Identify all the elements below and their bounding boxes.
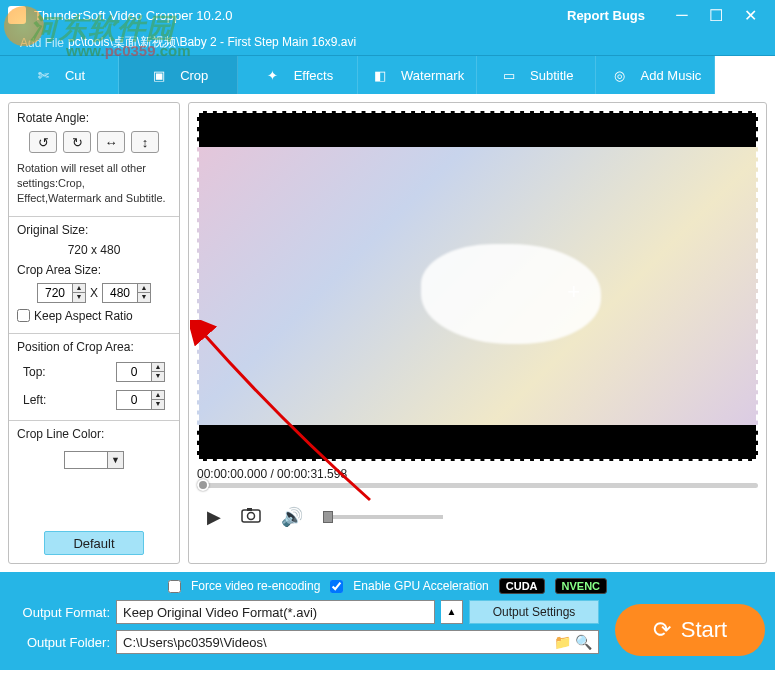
crop-selection-box[interactable] [197, 111, 758, 461]
time-display: 00:00:00.000 / 00:00:31.598 [197, 467, 758, 481]
music-icon: ◎ [609, 64, 631, 86]
flip-horizontal-button[interactable]: ↔ [97, 131, 125, 153]
crop-settings-panel: Rotate Angle: ↺ ↻ ↔ ↕ Rotation will rese… [8, 102, 180, 564]
volume-thumb[interactable] [323, 511, 333, 523]
seek-thumb[interactable] [197, 479, 209, 491]
default-button[interactable]: Default [44, 531, 144, 555]
original-size-value: 720 x 480 [17, 243, 171, 257]
left-up[interactable]: ▲ [152, 391, 164, 400]
force-reencode-label: Force video re-encoding [191, 579, 320, 593]
start-button[interactable]: ⟳ Start [615, 604, 765, 656]
browse-folder-icon[interactable]: 📁 [554, 634, 571, 650]
output-format-dropdown[interactable]: ▲ [441, 600, 463, 624]
tab-cut[interactable]: ✄ Cut [0, 56, 119, 94]
cuda-badge: CUDA [499, 578, 545, 594]
subtitle-icon: ▭ [498, 64, 520, 86]
output-folder-label: Output Folder: [10, 635, 110, 650]
scissors-icon: ✄ [33, 64, 55, 86]
tab-cut-label: Cut [65, 68, 85, 83]
loaded-file-path: pc\tools\桌面\新视频\Baby 2 - First Step Main… [68, 34, 356, 51]
snapshot-button[interactable] [241, 507, 261, 528]
crop-height-spinner[interactable]: ▲▼ [102, 283, 151, 303]
left-spinner[interactable]: ▲▼ [116, 390, 165, 410]
svg-point-1 [248, 512, 255, 519]
close-button[interactable]: ✕ [733, 0, 767, 30]
add-file-label: Add File [20, 36, 64, 50]
crop-height-up[interactable]: ▲ [138, 284, 150, 293]
droplet-icon: ◧ [369, 64, 391, 86]
top-spinner[interactable]: ▲▼ [116, 362, 165, 382]
crop-width-input[interactable] [38, 286, 72, 300]
open-folder-icon[interactable]: 🔍 [575, 634, 592, 650]
left-input[interactable] [117, 393, 151, 407]
top-down[interactable]: ▼ [152, 372, 164, 381]
app-icon [8, 6, 26, 24]
original-size-label: Original Size: [17, 223, 171, 237]
seek-bar[interactable] [197, 483, 758, 488]
titlebar: ThunderSoft Video Cropper 10.2.0 Report … [0, 0, 775, 30]
crop-height-down[interactable]: ▼ [138, 293, 150, 302]
crop-width-down[interactable]: ▼ [73, 293, 85, 302]
output-folder-field: C:\Users\pc0359\Videos\ 📁 🔍 [116, 630, 599, 654]
top-input[interactable] [117, 365, 151, 379]
playback-controls: ▶ 🔊 [197, 506, 758, 528]
svg-rect-2 [247, 508, 252, 511]
tab-add-music[interactable]: ◎ Add Music [596, 56, 715, 94]
tab-subtitle-label: Subtitle [530, 68, 573, 83]
nvenc-badge: NVENC [555, 578, 608, 594]
play-button[interactable]: ▶ [207, 506, 221, 528]
app-title: ThunderSoft Video Cropper 10.2.0 [34, 8, 233, 23]
rotation-note: Rotation will reset all other settings:C… [17, 161, 171, 206]
tab-watermark[interactable]: ◧ Watermark [358, 56, 477, 94]
left-down[interactable]: ▼ [152, 400, 164, 409]
rotate-cw-button[interactable]: ↻ [63, 131, 91, 153]
tab-subtitle[interactable]: ▭ Subtitle [477, 56, 596, 94]
top-label: Top: [23, 365, 46, 379]
volume-icon[interactable]: 🔊 [281, 506, 303, 528]
bottom-bar: Force video re-encoding Enable GPU Accel… [0, 572, 775, 670]
output-format-label: Output Format: [10, 605, 110, 620]
video-preview[interactable]: + [197, 111, 758, 461]
top-up[interactable]: ▲ [152, 363, 164, 372]
tabs-bar: ✄ Cut ▣ Crop ✦ Effects ◧ Watermark ▭ Sub… [0, 56, 775, 94]
output-folder-value: C:\Users\pc0359\Videos\ [123, 635, 550, 650]
keep-aspect-checkbox[interactable] [17, 309, 30, 322]
filepath-bar: Add File pc\tools\桌面\新视频\Baby 2 - First … [0, 30, 775, 56]
crop-width-up[interactable]: ▲ [73, 284, 85, 293]
position-label: Position of Crop Area: [17, 340, 171, 354]
tab-crop-label: Crop [180, 68, 208, 83]
enable-gpu-label: Enable GPU Acceleration [353, 579, 488, 593]
tab-effects[interactable]: ✦ Effects [238, 56, 357, 94]
maximize-button[interactable]: ☐ [699, 0, 733, 30]
start-button-label: Start [681, 617, 727, 643]
rotate-angle-label: Rotate Angle: [17, 111, 171, 125]
crop-width-spinner[interactable]: ▲▼ [37, 283, 86, 303]
force-reencode-checkbox[interactable] [168, 580, 181, 593]
crop-line-color-swatch [64, 451, 108, 469]
enable-gpu-checkbox[interactable] [330, 580, 343, 593]
refresh-icon: ⟳ [653, 617, 671, 643]
minimize-button[interactable]: ─ [665, 0, 699, 30]
output-format-value: Keep Original Video Format(*.avi) [116, 600, 435, 624]
sparkle-icon: ✦ [262, 64, 284, 86]
tab-add-music-label: Add Music [641, 68, 702, 83]
output-settings-button[interactable]: Output Settings [469, 600, 599, 624]
crop-line-color-label: Crop Line Color: [17, 427, 171, 441]
crop-area-size-label: Crop Area Size: [17, 263, 171, 277]
tabs-end [715, 56, 775, 94]
tab-crop[interactable]: ▣ Crop [119, 56, 238, 94]
by-x: X [90, 286, 98, 300]
tab-effects-label: Effects [294, 68, 334, 83]
report-bugs-link[interactable]: Report Bugs [567, 8, 645, 23]
crop-line-color-picker[interactable]: ▼ [108, 451, 124, 469]
volume-slider[interactable] [323, 515, 443, 519]
crop-height-input[interactable] [103, 286, 137, 300]
tab-watermark-label: Watermark [401, 68, 464, 83]
main-area: Rotate Angle: ↺ ↻ ↔ ↕ Rotation will rese… [0, 94, 775, 572]
preview-panel: + 00:00:00.000 / 00:00:31.598 ▶ 🔊 [188, 102, 767, 564]
crop-icon: ▣ [148, 64, 170, 86]
keep-aspect-label: Keep Aspect Ratio [34, 309, 133, 323]
rotate-ccw-button[interactable]: ↺ [29, 131, 57, 153]
left-pos-label: Left: [23, 393, 46, 407]
flip-vertical-button[interactable]: ↕ [131, 131, 159, 153]
